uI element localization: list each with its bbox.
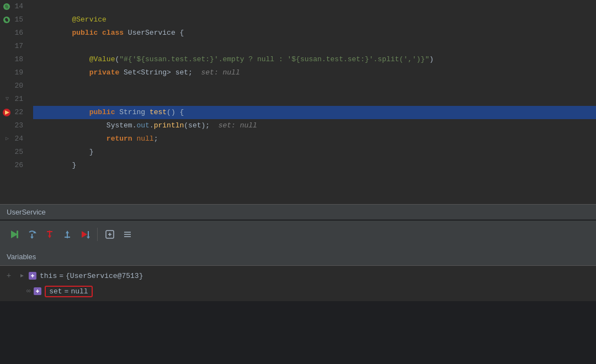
code-line-15: public class UserService {	[33, 13, 596, 26]
evaluate-button[interactable]	[102, 227, 118, 242]
code-line-17: @Value("#{'${susan.test.set:}'.empty ? n…	[33, 40, 596, 53]
line-num-15: 15	[0, 13, 28, 26]
line-num-20: 20	[0, 79, 28, 93]
breadcrumb: UserService	[0, 204, 596, 220]
var-value-this: {UserService@7513}	[66, 272, 143, 280]
resume-icon	[9, 229, 19, 239]
line-num-17: 17	[0, 40, 28, 53]
editor-area: ▽ ▷	[0, 0, 596, 204]
svg-rect-8	[17, 231, 18, 238]
var-value-set: null	[71, 287, 88, 296]
code-line-14: @Service	[33, 0, 596, 13]
toolbar-separator-1	[97, 228, 98, 241]
add-watch-button[interactable]: +	[4, 271, 13, 280]
line-num-26: 26	[0, 159, 28, 172]
line-num-14: 14	[0, 0, 28, 13]
variables-header: Variables	[0, 248, 596, 266]
step-into-icon	[45, 229, 55, 239]
infinity-icon: ∞	[26, 287, 30, 295]
svg-marker-16	[66, 231, 69, 233]
var-row-this: + this = {UserService@7513}	[0, 268, 596, 283]
code-content: @Service public class UserService { @Val…	[33, 0, 596, 204]
line-num-21: 21	[0, 93, 28, 106]
step-over-icon	[27, 229, 37, 239]
variables-content: + this = {UserService@7513} ∞	[0, 266, 596, 301]
evaluate-icon	[105, 229, 115, 239]
svg-marker-18	[82, 231, 87, 238]
variables-title: Variables	[7, 253, 36, 261]
line-num-24: 24	[0, 132, 28, 146]
svg-marker-13	[48, 235, 51, 238]
expand-icon	[19, 273, 25, 279]
var-name-this: this	[40, 272, 57, 280]
debugger-toolbar	[0, 220, 596, 248]
var-name-set: set	[49, 287, 62, 296]
var-icon-this	[29, 272, 36, 280]
frames-button[interactable]	[120, 227, 135, 242]
line-numbers: 14 15 16 17 18 19 20 21 22 23 24 25 26	[0, 0, 28, 172]
code-line-21: public String test() {	[33, 93, 596, 106]
line-num-23: 23	[0, 119, 28, 132]
step-out-button[interactable]	[60, 227, 75, 242]
var-row-set: ∞ set = null	[0, 283, 596, 299]
line-num-16: 16	[0, 26, 28, 40]
resume-button[interactable]	[7, 227, 22, 242]
line-num-18: 18	[0, 53, 28, 66]
var-highlighted-set: set = null	[45, 286, 92, 297]
line-num-22: 22	[0, 106, 28, 119]
step-into-button[interactable]	[42, 227, 57, 242]
var-equals-this: =	[59, 272, 63, 280]
svg-marker-20	[87, 237, 90, 239]
code-line-20	[33, 79, 596, 93]
frames-icon	[123, 229, 132, 239]
svg-marker-11	[30, 237, 34, 239]
code-line-25: }	[33, 146, 596, 159]
gutter: ▽ ▷	[0, 0, 33, 204]
run-to-cursor-icon	[80, 229, 90, 239]
expand-this-button[interactable]	[18, 271, 26, 280]
code-line-26	[33, 159, 596, 172]
var-equals-set: =	[65, 287, 69, 296]
line-num-19: 19	[0, 66, 28, 79]
breadcrumb-text: UserService	[7, 208, 46, 216]
variables-panel: Variables + this = {UserService@7513}	[0, 248, 596, 301]
var-icon-set	[34, 287, 41, 295]
step-over-button[interactable]	[24, 227, 40, 242]
run-to-cursor-button[interactable]	[77, 227, 93, 242]
line-num-25: 25	[0, 146, 28, 159]
svg-marker-27	[20, 274, 24, 277]
step-out-icon	[62, 229, 72, 239]
